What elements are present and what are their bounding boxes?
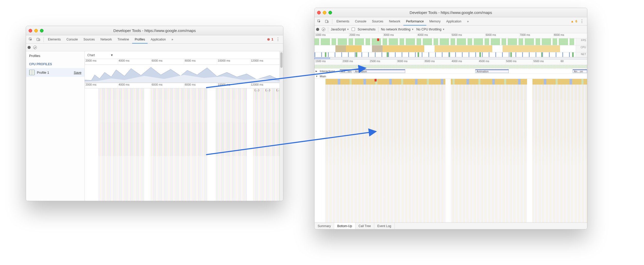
zoom-window-icon[interactable]	[328, 11, 332, 14]
disclosure-right-icon[interactable]: ▶	[316, 70, 318, 72]
overview-lane-fps[interactable]: FPS	[315, 38, 587, 45]
vertical-scrollbar[interactable]	[279, 51, 283, 201]
close-window-icon[interactable]	[29, 29, 32, 32]
flame-ruler[interactable]: 2000 ms 4000 ms 6000 ms 8000 ms 10000 ms…	[85, 83, 283, 88]
details-tab-bottomup[interactable]: Bottom-Up	[334, 223, 355, 229]
settings-kebab-icon[interactable]: ⋮	[579, 19, 585, 24]
error-count[interactable]: 1	[272, 37, 273, 41]
separator	[378, 27, 378, 32]
animation-segment[interactable]: Ani…ion	[340, 69, 352, 73]
tab-elements[interactable]: Elements	[334, 17, 352, 26]
ruler-tick: 4000 ms	[451, 60, 478, 65]
devtools-window-profiles: Developer Tools - https://www.google.com…	[26, 26, 283, 201]
details-tab-eventlog[interactable]: Event Log	[374, 223, 395, 229]
tab-console[interactable]: Console	[64, 35, 80, 44]
clear-button-icon[interactable]	[33, 46, 37, 49]
traffic-lights	[317, 11, 332, 14]
tab-overflow[interactable]: »	[169, 35, 176, 44]
tab-profiles[interactable]: Profiles	[132, 35, 148, 44]
profile-name: Profile 1	[37, 71, 49, 74]
animation-segment[interactable]: Animation	[354, 69, 405, 73]
close-window-icon[interactable]	[317, 11, 321, 14]
overview-lane-cpu[interactable]: CPU	[315, 45, 587, 52]
tab-sources[interactable]: Sources	[369, 17, 386, 26]
disclosure-down-icon[interactable]: ▼	[316, 75, 318, 78]
tab-network[interactable]: Network	[98, 35, 114, 44]
frames-track[interactable]	[315, 65, 587, 69]
zoom-window-icon[interactable]	[40, 29, 44, 32]
chevron-down-icon: ▼	[110, 53, 113, 57]
ruler-tick: 4000 ms	[417, 33, 451, 38]
window-title: Developer Tools - https://www.google.com…	[315, 10, 587, 15]
tab-sources[interactable]: Sources	[81, 35, 97, 44]
titlebar[interactable]: Developer Tools - https://www.google.com…	[26, 26, 283, 35]
chart-view-label: Chart	[87, 53, 95, 57]
inspect-element-icon[interactable]	[27, 36, 34, 43]
ruler-tick: 3000 ms	[396, 60, 423, 65]
profile-list-item[interactable]: Profile 1 Save	[26, 68, 84, 77]
window-title: Developer Tools - https://www.google.com…	[26, 28, 283, 33]
ruler-tick: 2000 ms	[342, 60, 369, 65]
tab-application[interactable]: Application	[148, 35, 168, 44]
performance-toolbar: JavaScript ▼ Screenshots No network thro…	[315, 26, 587, 33]
network-throttle-select[interactable]: No network throttling ▼	[381, 28, 414, 31]
ruler-tick: 6000 ms	[151, 59, 184, 64]
network-throttle-label: No network throttling	[381, 28, 411, 31]
minimize-window-icon[interactable]	[323, 11, 326, 14]
record-button-icon[interactable]	[316, 28, 319, 31]
warning-badge-icon[interactable]: ▲	[571, 19, 574, 23]
tab-memory[interactable]: Memory	[427, 17, 443, 26]
tab-console[interactable]: Console	[352, 17, 369, 26]
screenshots-checkbox[interactable]	[352, 28, 355, 31]
range-start-handle[interactable]	[315, 57, 330, 59]
overview-ruler[interactable]: 2000 ms 4000 ms 6000 ms 8000 ms 10000 ms…	[85, 59, 283, 65]
tab-elements[interactable]: Elements	[45, 35, 63, 44]
main-flame-chart[interactable]	[315, 79, 587, 222]
ruler-tick: 7000 ms	[519, 33, 553, 38]
clear-button-icon[interactable]	[322, 28, 325, 31]
main-track-header[interactable]: ▼ Main	[315, 74, 587, 79]
warning-count[interactable]: 6	[575, 19, 577, 23]
error-badge-icon[interactable]: ⊗	[267, 37, 270, 41]
record-button-icon[interactable]	[28, 46, 31, 49]
tab-application[interactable]: Application	[444, 17, 464, 26]
sidebar-header: Profiles	[26, 51, 84, 60]
profile-type-select[interactable]: JavaScript ▼	[331, 28, 349, 31]
profile-save-link[interactable]: Save	[74, 71, 81, 74]
devtools-window-performance: Developer Tools - https://www.google.com…	[314, 8, 587, 229]
tab-network[interactable]: Network	[386, 17, 403, 26]
tab-overflow[interactable]: »	[464, 17, 471, 26]
overview-lane-net[interactable]: NET	[315, 52, 587, 57]
tab-performance[interactable]: Performance	[403, 17, 426, 26]
details-tabstrip: Summary Bottom-Up Call Tree Event Log	[315, 222, 587, 229]
ruler-tick: 8000 ms	[553, 33, 587, 38]
cpu-flame-chart[interactable]: (…) (…) (…)	[85, 88, 283, 201]
ruler-tick: 2000 ms	[85, 83, 118, 88]
overview-ruler[interactable]: 1000 ms 2000 ms 3000 ms 4000 ms 5000 ms …	[315, 33, 587, 38]
cpu-throttle-select[interactable]: No CPU throttling ▼	[416, 28, 445, 31]
interactions-track[interactable]: ▶ Interactions Ani…ion Animation Animati…	[315, 69, 587, 74]
profiles-toolbar	[26, 44, 283, 51]
sidebar-section-cpu: CPU PROFILES	[26, 60, 84, 68]
ruler-tick: 2500 ms	[369, 60, 396, 65]
separator	[44, 37, 44, 42]
interactions-label: Interactions	[320, 70, 338, 73]
minimize-window-icon[interactable]	[34, 29, 38, 32]
chart-view-select[interactable]: Chart ▼	[85, 51, 283, 59]
truncated-labels: (…) (…) (…)	[85, 88, 283, 93]
titlebar[interactable]: Developer Tools - https://www.google.com…	[315, 8, 587, 17]
settings-kebab-icon[interactable]: ⋮	[275, 37, 281, 42]
inspect-element-icon[interactable]	[316, 18, 323, 25]
overview-minimap[interactable]	[85, 65, 283, 83]
overview-range-handle[interactable]	[315, 57, 587, 59]
svg-rect-3	[327, 21, 328, 23]
device-toolbar-icon[interactable]	[35, 36, 42, 43]
device-toolbar-icon[interactable]	[323, 18, 331, 25]
main-ruler[interactable]: 1500 ms 2000 ms 2500 ms 3000 ms 3500 ms …	[315, 59, 587, 65]
animation-segment[interactable]: An…on	[573, 69, 587, 73]
cpu-throttle-label: No CPU throttling	[416, 28, 441, 31]
details-tab-calltree[interactable]: Call Tree	[355, 223, 374, 229]
tab-timeline[interactable]: Timeline	[115, 35, 132, 44]
details-tab-summary[interactable]: Summary	[315, 223, 334, 229]
animation-segment[interactable]: Animation	[475, 69, 509, 73]
